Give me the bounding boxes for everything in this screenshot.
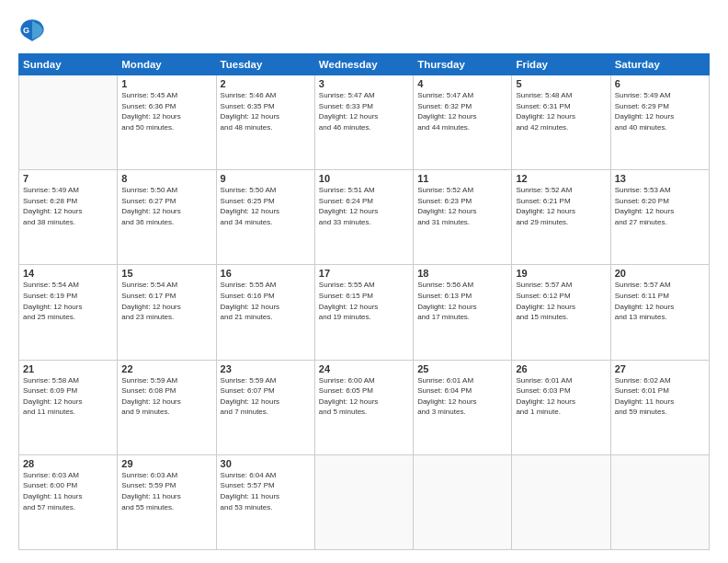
calendar-cell: 15Sunrise: 5:54 AM Sunset: 6:17 PM Dayli… [118, 265, 216, 360]
day-number: 21 [23, 363, 113, 374]
day-number: 7 [23, 173, 113, 184]
calendar-cell [19, 75, 118, 170]
day-number: 25 [417, 363, 507, 374]
day-info: Sunrise: 5:51 AM Sunset: 6:24 PM Dayligh… [319, 185, 409, 227]
calendar-cell: 14Sunrise: 5:54 AM Sunset: 6:19 PM Dayli… [19, 265, 118, 360]
calendar-cell: 27Sunrise: 6:02 AM Sunset: 6:01 PM Dayli… [610, 360, 709, 454]
calendar-cell: 24Sunrise: 6:00 AM Sunset: 6:05 PM Dayli… [314, 360, 413, 454]
calendar-cell: 12Sunrise: 5:52 AM Sunset: 6:21 PM Dayli… [512, 170, 610, 265]
calendar-cell: 4Sunrise: 5:47 AM Sunset: 6:32 PM Daylig… [414, 75, 512, 170]
day-info: Sunrise: 5:53 AM Sunset: 6:20 PM Dayligh… [615, 185, 705, 227]
day-info: Sunrise: 5:59 AM Sunset: 6:08 PM Dayligh… [121, 375, 211, 418]
calendar-cell [314, 454, 413, 549]
day-number: 5 [516, 78, 606, 89]
day-number: 8 [121, 173, 211, 184]
calendar-cell [610, 454, 709, 549]
day-info: Sunrise: 5:49 AM Sunset: 6:28 PM Dayligh… [23, 185, 113, 227]
day-number: 20 [615, 268, 705, 279]
day-number: 2 [221, 78, 311, 89]
calendar-cell: 3Sunrise: 5:47 AM Sunset: 6:33 PM Daylig… [314, 75, 413, 170]
weekday-header-saturday: Saturday [610, 54, 709, 75]
calendar-cell: 23Sunrise: 5:59 AM Sunset: 6:07 PM Dayli… [216, 360, 314, 454]
day-number: 17 [319, 268, 409, 279]
calendar-cell: 6Sunrise: 5:49 AM Sunset: 6:29 PM Daylig… [610, 75, 709, 170]
day-number: 3 [319, 78, 409, 89]
weekday-header-wednesday: Wednesday [314, 54, 413, 75]
day-info: Sunrise: 5:54 AM Sunset: 6:19 PM Dayligh… [23, 280, 113, 322]
day-info: Sunrise: 5:47 AM Sunset: 6:32 PM Dayligh… [417, 90, 507, 132]
day-number: 23 [221, 363, 311, 374]
week-row-1: 1Sunrise: 5:45 AM Sunset: 6:36 PM Daylig… [19, 75, 710, 170]
day-number: 11 [417, 173, 507, 184]
day-number: 28 [23, 458, 113, 469]
day-info: Sunrise: 5:55 AM Sunset: 6:16 PM Dayligh… [221, 280, 311, 322]
day-info: Sunrise: 5:56 AM Sunset: 6:13 PM Dayligh… [417, 280, 507, 322]
day-info: Sunrise: 5:49 AM Sunset: 6:29 PM Dayligh… [615, 90, 705, 132]
calendar-cell [512, 454, 610, 549]
calendar-cell: 22Sunrise: 5:59 AM Sunset: 6:08 PM Dayli… [118, 360, 216, 454]
day-number: 24 [319, 363, 409, 374]
day-info: Sunrise: 5:50 AM Sunset: 6:25 PM Dayligh… [221, 185, 311, 227]
calendar-cell: 10Sunrise: 5:51 AM Sunset: 6:24 PM Dayli… [314, 170, 413, 265]
svg-text:G: G [23, 26, 29, 35]
day-info: Sunrise: 5:52 AM Sunset: 6:23 PM Dayligh… [417, 185, 507, 227]
day-number: 26 [516, 363, 606, 374]
weekday-header-friday: Friday [512, 54, 610, 75]
calendar-cell: 18Sunrise: 5:56 AM Sunset: 6:13 PM Dayli… [414, 265, 512, 360]
weekday-header-row: SundayMondayTuesdayWednesdayThursdayFrid… [19, 54, 710, 75]
calendar-cell: 30Sunrise: 6:04 AM Sunset: 5:57 PM Dayli… [216, 454, 314, 549]
calendar-cell: 21Sunrise: 5:58 AM Sunset: 6:09 PM Dayli… [19, 360, 118, 454]
day-number: 19 [516, 268, 606, 279]
day-number: 6 [615, 78, 705, 89]
day-info: Sunrise: 5:55 AM Sunset: 6:15 PM Dayligh… [319, 280, 409, 322]
day-info: Sunrise: 5:59 AM Sunset: 6:07 PM Dayligh… [221, 375, 311, 418]
day-number: 22 [121, 363, 211, 374]
day-number: 16 [221, 268, 311, 279]
calendar-cell: 5Sunrise: 5:48 AM Sunset: 6:31 PM Daylig… [512, 75, 610, 170]
weekday-header-monday: Monday [118, 54, 216, 75]
week-row-3: 14Sunrise: 5:54 AM Sunset: 6:19 PM Dayli… [19, 265, 710, 360]
day-info: Sunrise: 6:01 AM Sunset: 6:04 PM Dayligh… [417, 375, 507, 418]
calendar-cell: 29Sunrise: 6:03 AM Sunset: 5:59 PM Dayli… [118, 454, 216, 549]
calendar-cell: 11Sunrise: 5:52 AM Sunset: 6:23 PM Dayli… [414, 170, 512, 265]
week-row-5: 28Sunrise: 6:03 AM Sunset: 6:00 PM Dayli… [19, 454, 710, 549]
day-number: 30 [221, 458, 311, 469]
day-info: Sunrise: 5:58 AM Sunset: 6:09 PM Dayligh… [23, 375, 113, 418]
day-info: Sunrise: 5:47 AM Sunset: 6:33 PM Dayligh… [319, 90, 409, 132]
calendar-cell: 26Sunrise: 6:01 AM Sunset: 6:03 PM Dayli… [512, 360, 610, 454]
day-number: 18 [417, 268, 507, 279]
day-info: Sunrise: 6:03 AM Sunset: 6:00 PM Dayligh… [23, 470, 113, 512]
day-info: Sunrise: 5:48 AM Sunset: 6:31 PM Dayligh… [516, 90, 606, 132]
logo-icon: G [18, 17, 46, 44]
day-number: 12 [516, 173, 606, 184]
day-info: Sunrise: 5:46 AM Sunset: 6:35 PM Dayligh… [221, 90, 311, 132]
day-number: 1 [121, 78, 211, 89]
calendar-cell: 16Sunrise: 5:55 AM Sunset: 6:16 PM Dayli… [216, 265, 314, 360]
calendar-cell: 25Sunrise: 6:01 AM Sunset: 6:04 PM Dayli… [414, 360, 512, 454]
calendar-cell: 19Sunrise: 5:57 AM Sunset: 6:12 PM Dayli… [512, 265, 610, 360]
calendar-table: SundayMondayTuesdayWednesdayThursdayFrid… [18, 53, 710, 550]
day-number: 10 [319, 173, 409, 184]
day-number: 14 [23, 268, 113, 279]
page: G SundayMondayTuesdayWednesdayThursdayFr… [0, 0, 728, 563]
calendar-cell: 8Sunrise: 5:50 AM Sunset: 6:27 PM Daylig… [118, 170, 216, 265]
day-number: 4 [417, 78, 507, 89]
weekday-header-thursday: Thursday [414, 54, 512, 75]
week-row-2: 7Sunrise: 5:49 AM Sunset: 6:28 PM Daylig… [19, 170, 710, 265]
logo: G [18, 17, 50, 44]
calendar-cell: 2Sunrise: 5:46 AM Sunset: 6:35 PM Daylig… [216, 75, 314, 170]
day-info: Sunrise: 5:52 AM Sunset: 6:21 PM Dayligh… [516, 185, 606, 227]
header: G [18, 17, 710, 44]
day-number: 27 [615, 363, 705, 374]
calendar-cell: 1Sunrise: 5:45 AM Sunset: 6:36 PM Daylig… [118, 75, 216, 170]
day-number: 15 [121, 268, 211, 279]
day-info: Sunrise: 6:03 AM Sunset: 5:59 PM Dayligh… [121, 470, 211, 512]
calendar-cell: 13Sunrise: 5:53 AM Sunset: 6:20 PM Dayli… [610, 170, 709, 265]
calendar-cell [414, 454, 512, 549]
day-info: Sunrise: 5:45 AM Sunset: 6:36 PM Dayligh… [121, 90, 211, 132]
day-number: 9 [221, 173, 311, 184]
calendar-cell: 28Sunrise: 6:03 AM Sunset: 6:00 PM Dayli… [19, 454, 118, 549]
day-number: 13 [615, 173, 705, 184]
day-info: Sunrise: 5:50 AM Sunset: 6:27 PM Dayligh… [121, 185, 211, 227]
calendar-cell: 17Sunrise: 5:55 AM Sunset: 6:15 PM Dayli… [314, 265, 413, 360]
